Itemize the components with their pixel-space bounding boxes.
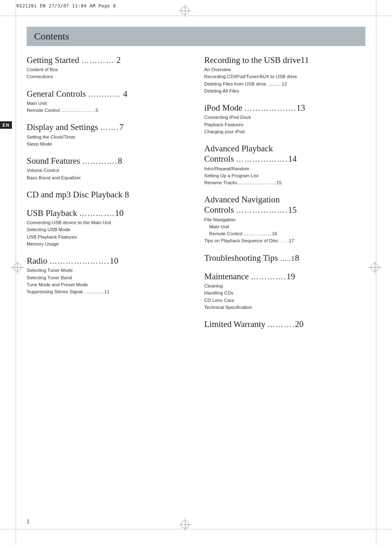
section-advanced-playback: Advanced Playback Controls ……………….14 Int… [204,144,365,186]
right-column: Recording to the USB drive11 An Overview… [204,55,365,338]
section-title-advanced-playback: Advanced Playback Controls ……………….14 [204,144,365,164]
subtitle-connections: Connections [27,73,188,80]
subtitle-deleting-files: Deleting Files from USB drive ………12 [204,81,365,88]
contents-title: Contents [34,31,69,42]
en-badge: EN [0,121,12,129]
subtitle-memory-usage: Memory Usage [27,241,188,248]
section-title-recording-usb: Recording to the USB drive11 [204,55,365,65]
border-right [376,0,376,545]
content-area: Contents Getting Started ………… 2 Content … [27,27,365,518]
subtitle-cleaning: Cleaning [204,283,365,290]
section-troubleshooting: Troubleshooting Tips …..18 [204,253,365,263]
section-title-limited-warranty: Limited Warranty ……….20 [204,319,365,329]
subtitle-selecting-tuner-band: Selecting Tuner Band [27,274,188,281]
section-maintenance: Maintenance ………….19 Cleaning Handling CD… [204,271,365,311]
subtitle-playback-features: Playback Features [204,121,365,128]
subtitle-main-unit-1: Main Unit [27,100,188,107]
subtitle-cd-lens-care: CD Lens Care [204,297,365,304]
subtitle-charging-ipod: Charging your iPod [204,128,365,135]
border-left [16,0,16,545]
subtitle-sleep-mode: Sleep Mode [27,141,188,148]
subtitle-file-navigation: File Navigation [204,216,365,223]
section-title-sound-features: Sound Features ………….8 [27,156,188,166]
subtitle-connecting-ipod-dock: Connecting iPod Dock [204,114,365,121]
subtitle-program-list: Setting Up a Program List [204,172,365,179]
subtitle-usb-playback-features: USB Playback Features [27,234,188,241]
crosshair-mid-right [371,263,379,271]
subtitle-tune-mode-preset: Tune Mode and Preset Mode [27,281,188,288]
left-column: Getting Started ………… 2 Content of Box Co… [27,55,188,338]
doc-header: RS2120i EN 27/3/07 11:04 AM Page 8 [16,3,116,9]
section-title-getting-started: Getting Started ………… 2 [27,55,188,65]
contents-header-box: Contents [27,27,365,46]
subtitle-deleting-all-files: Deleting All Files [204,88,365,95]
subtitle-handling-cds: Handling CDs [204,290,365,297]
section-ipod-mode: iPod Mode ……………….13 Connecting iPod Dock… [204,103,365,135]
section-title-display-settings: Display and Settings …….7 [27,122,188,132]
subtitle-bass-boost: Bass Boost and Equalizer [27,174,188,181]
section-usb-playback: USB Playback ………….10 Connecting USB devi… [27,208,188,248]
section-cd-mp3: CD and mp3 Disc Playback 8 [27,190,188,200]
subtitle-clock-timer: Setting the Clock/Timer [27,134,188,141]
section-getting-started: Getting Started ………… 2 Content of Box Co… [27,55,188,81]
section-title-usb-playback: USB Playback ………….10 [27,208,188,218]
section-title-troubleshooting: Troubleshooting Tips …..18 [204,253,365,263]
page-number: 1 [27,519,30,524]
section-title-ipod-mode: iPod Mode ……………….13 [204,103,365,113]
section-title-general-controls: General Controls ………… 4 [27,89,188,99]
section-title-radio: Radio ………………….10 [27,256,188,266]
subtitle-connecting-usb: Connecting USB device to the Main Unit [27,219,188,226]
subtitle-suppressing-stereo: Suppressing Stereo Signal ………….11 [27,288,188,295]
section-sound-features: Sound Features ………….8 Volume Control Bas… [27,156,188,181]
subtitle-an-overview: An Overview [204,66,365,73]
border-top [0,16,392,16]
two-col-layout: Getting Started ………… 2 Content of Box Co… [27,55,365,338]
subtitle-main-unit-2: Main Unit [209,223,365,230]
crosshair-top [181,7,189,15]
section-display-settings: Display and Settings …….7 Setting the Cl… [27,122,188,148]
subtitle-remote-control-1: Remote Control ………………….5 [27,107,188,114]
subtitle-recording-cd-ipod: Recording CD/iPod/Tuner/AUX to USB drive [204,73,365,80]
section-title-advanced-navigation: Advanced Navigation Controls ……………….15 [204,195,365,215]
subtitle-intro-repeat-random: Intro/Repeat/Random [204,165,365,172]
section-radio: Radio ………………….10 Selecting Tuner Mode Se… [27,256,188,295]
subtitle-selecting-tuner-mode: Selecting Tuner Mode [27,267,188,274]
subtitle-volume-control: Volume Control [27,167,188,174]
section-recording-usb: Recording to the USB drive11 An Overview… [204,55,365,95]
border-bottom [0,529,392,529]
section-title-cd-mp3: CD and mp3 Disc Playback 8 [27,190,188,200]
subtitle-rename-tracks: Rename Tracks ……………………15 [204,179,365,186]
subtitle-selecting-usb-mode: Selecting USB Mode [27,226,188,233]
section-general-controls: General Controls ………… 4 Main Unit Remote… [27,89,188,114]
section-title-maintenance: Maintenance ………….19 [204,271,365,282]
subtitle-tips-playback: Tips on Playback Sequence of Disc . . . … [204,237,365,244]
subtitle-technical-spec: Technical Specification [204,304,365,311]
crosshair-bottom [181,520,189,529]
section-limited-warranty: Limited Warranty ……….20 [204,319,365,329]
crosshair-mid-left [13,263,21,271]
section-advanced-navigation: Advanced Navigation Controls ……………….15 F… [204,195,365,244]
subtitle-remote-control-2: Remote Control ………………16 [209,230,365,237]
subtitle-content-of-box: Content of Box [27,66,188,73]
